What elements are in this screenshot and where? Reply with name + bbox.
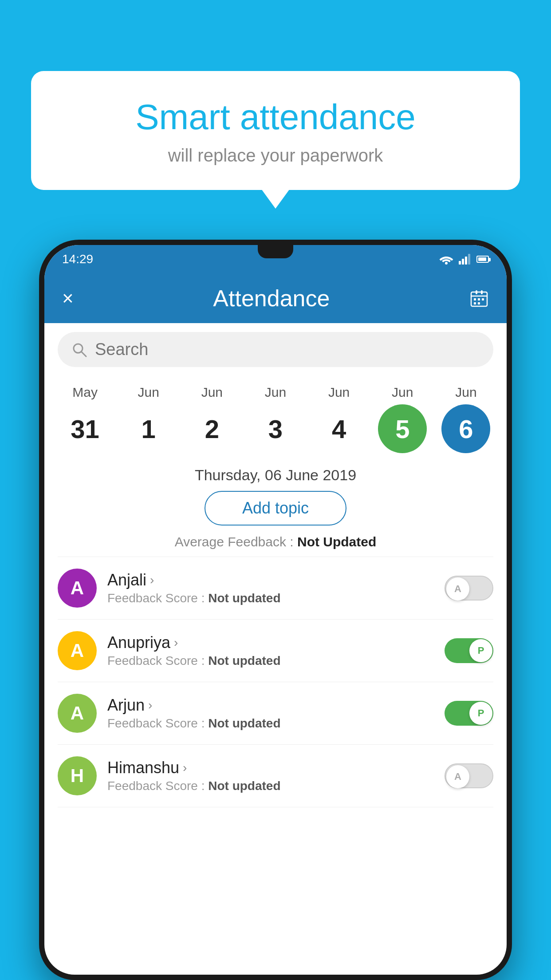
day-number: 6 <box>441 404 490 453</box>
chevron-icon: › <box>174 636 178 650</box>
student-info: Arjun ›Feedback Score : Not updated <box>107 696 434 731</box>
day-month: Jun <box>328 385 350 400</box>
student-feedback: Feedback Score : Not updated <box>107 591 434 605</box>
phone-inner: 14:29 × A <box>44 245 507 975</box>
day-month: Jun <box>265 385 286 400</box>
app-bar-title: Attendance <box>213 285 330 312</box>
app-bar: × Attendance <box>44 273 507 323</box>
student-info: Himanshu ›Feedback Score : Not updated <box>107 759 434 793</box>
day-number: 5 <box>378 404 427 453</box>
toggle-knob: P <box>469 702 492 725</box>
feedback-avg: Average Feedback : Not Updated <box>44 534 507 549</box>
student-row[interactable]: AAnjali ›Feedback Score : Not updatedA <box>44 557 507 619</box>
search-input[interactable] <box>95 340 480 359</box>
svg-rect-12 <box>474 302 476 304</box>
attendance-toggle[interactable]: P <box>445 701 493 726</box>
svg-line-15 <box>81 352 86 356</box>
calendar-day[interactable]: Jun3 <box>247 385 304 453</box>
student-avatar: A <box>58 631 97 670</box>
svg-rect-8 <box>481 290 483 294</box>
search-icon <box>71 341 88 358</box>
calendar-day[interactable]: Jun1 <box>120 385 177 453</box>
student-row[interactable]: HHimanshu ›Feedback Score : Not updatedA <box>44 745 507 807</box>
svg-rect-11 <box>482 298 484 300</box>
calendar-day[interactable]: Jun6 <box>437 385 495 453</box>
day-month: May <box>72 385 98 400</box>
day-month: Jun <box>138 385 159 400</box>
chevron-icon: › <box>148 698 152 712</box>
status-time: 14:29 <box>62 252 93 266</box>
status-icons <box>439 254 489 265</box>
student-feedback: Feedback Score : Not updated <box>107 779 434 793</box>
student-info: Anjali ›Feedback Score : Not updated <box>107 571 434 605</box>
svg-rect-13 <box>478 302 480 304</box>
student-avatar: H <box>58 756 97 795</box>
day-month: Jun <box>455 385 476 400</box>
add-topic-button[interactable]: Add topic <box>205 491 346 526</box>
student-avatar: A <box>58 569 97 608</box>
student-name: Anjali › <box>107 571 434 589</box>
students-list: AAnjali ›Feedback Score : Not updatedAAA… <box>44 557 507 807</box>
day-number: 1 <box>124 404 173 453</box>
calendar-day[interactable]: Jun2 <box>183 385 241 453</box>
wifi-icon <box>439 254 453 265</box>
notch <box>258 245 293 258</box>
feedback-avg-value: Not Updated <box>297 534 376 549</box>
student-name: Arjun › <box>107 696 434 715</box>
toggle-knob: A <box>446 765 469 788</box>
signal-icon <box>459 254 471 265</box>
day-number: 31 <box>61 404 110 453</box>
day-number: 4 <box>315 404 363 453</box>
svg-rect-2 <box>462 259 464 265</box>
svg-rect-10 <box>478 298 480 300</box>
bubble-subtitle: will replace your paperwork <box>62 146 489 166</box>
attendance-toggle[interactable]: A <box>445 576 493 601</box>
battery-icon <box>476 256 489 263</box>
calendar-day[interactable]: Jun5 <box>374 385 431 453</box>
bubble-title: Smart attendance <box>62 98 489 137</box>
calendar-day[interactable]: Jun4 <box>310 385 368 453</box>
day-number: 2 <box>188 404 236 453</box>
search-container <box>58 332 493 367</box>
calendar-strip: May31Jun1Jun2Jun3Jun4Jun5Jun6 <box>44 376 507 458</box>
student-avatar: A <box>58 694 97 733</box>
status-bar: 14:29 <box>44 245 507 273</box>
toggle-knob: A <box>446 577 469 601</box>
student-feedback: Feedback Score : Not updated <box>107 716 434 731</box>
svg-rect-1 <box>459 261 461 265</box>
svg-rect-4 <box>468 254 470 265</box>
toggle-knob: P <box>469 639 492 662</box>
day-month: Jun <box>392 385 413 400</box>
speech-bubble: Smart attendance will replace your paper… <box>31 71 520 190</box>
svg-rect-7 <box>476 290 477 294</box>
chevron-icon: › <box>150 573 154 587</box>
feedback-avg-label: Average Feedback : <box>175 534 297 549</box>
attendance-toggle[interactable]: P <box>445 638 493 663</box>
speech-bubble-container: Smart attendance will replace your paper… <box>31 71 520 190</box>
student-row[interactable]: AAnupriya ›Feedback Score : Not updatedP <box>44 620 507 682</box>
day-month: Jun <box>201 385 223 400</box>
row-divider <box>58 807 493 807</box>
chevron-icon: › <box>183 761 187 775</box>
svg-rect-3 <box>465 257 467 265</box>
student-info: Anupriya ›Feedback Score : Not updated <box>107 633 434 668</box>
attendance-toggle[interactable]: A <box>445 763 493 788</box>
student-row[interactable]: AArjun ›Feedback Score : Not updatedP <box>44 682 507 744</box>
student-name: Anupriya › <box>107 633 434 652</box>
student-feedback: Feedback Score : Not updated <box>107 654 434 668</box>
close-button[interactable]: × <box>62 287 74 309</box>
selected-date: Thursday, 06 June 2019 <box>44 458 507 491</box>
calendar-icon[interactable] <box>469 288 489 308</box>
calendar-day[interactable]: May31 <box>56 385 114 453</box>
day-number: 3 <box>251 404 300 453</box>
svg-point-0 <box>445 262 448 265</box>
student-name: Himanshu › <box>107 759 434 777</box>
svg-rect-9 <box>474 298 476 300</box>
phone-frame: 14:29 × A <box>39 240 512 980</box>
